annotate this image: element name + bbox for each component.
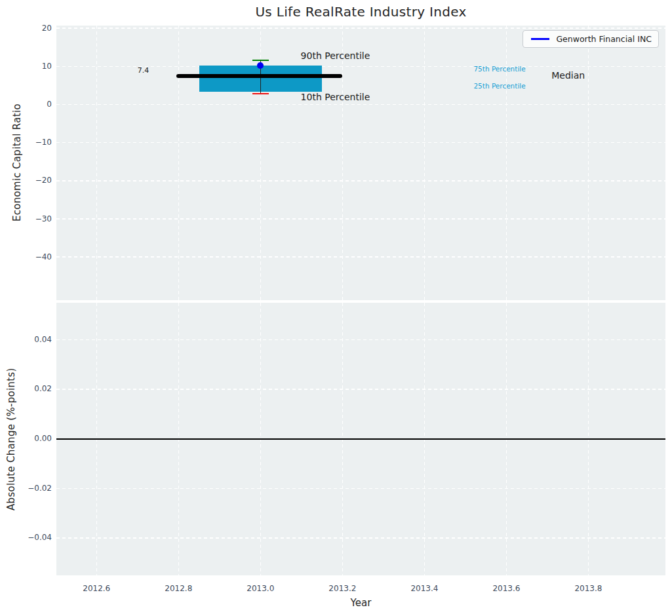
legend: Genworth Financial INC: [523, 30, 659, 48]
v-gridline: [178, 26, 180, 300]
x-tick-label: 2013.2: [319, 584, 365, 594]
v-gridline: [424, 26, 425, 300]
x-tick-label: 2012.8: [155, 584, 201, 594]
top-axes-plot-area: Genworth Financial INC 7.490th Percentil…: [56, 26, 665, 300]
y-tick-label: −40: [0, 252, 52, 262]
annotation-10th-percentile: 10th Percentile: [301, 92, 370, 102]
x-tick-label: 2013.6: [483, 584, 529, 594]
y-tick-label: −0.02: [0, 484, 52, 493]
v-gridline: [588, 26, 589, 300]
bottom-axes-plot-area: [56, 303, 665, 575]
annotation-median: Median: [551, 70, 585, 81]
h-gridline: [56, 28, 665, 29]
chart-figure: Us Life RealRate Industry Index Economic…: [0, 0, 672, 616]
h-gridline: [56, 218, 665, 220]
h-gridline: [56, 256, 665, 258]
h-gridline: [56, 488, 665, 490]
y-tick-label: 10: [0, 62, 52, 71]
y-tick-label: 0.04: [0, 335, 52, 345]
x-tick-label: 2013.8: [565, 584, 611, 594]
annotation-90th-percentile: 90th Percentile: [301, 50, 370, 61]
annotation-75th-percentile: 75th Percentile: [473, 65, 525, 73]
x-tick-label: 2012.6: [73, 584, 119, 594]
y-tick-label: −0.04: [0, 533, 52, 543]
y-tick-label: 20: [0, 24, 52, 33]
y-tick-label: 0: [0, 100, 52, 109]
median-line: [176, 74, 342, 78]
x-tick-label: 2013.0: [237, 584, 283, 594]
annotation-7-4: 7.4: [138, 66, 149, 75]
annotation-25th-percentile: 25th Percentile: [473, 82, 525, 90]
legend-label: Genworth Financial INC: [556, 33, 652, 45]
chart-title: Us Life RealRate Industry Index: [56, 4, 665, 20]
y-tick-label: 0.00: [0, 434, 52, 444]
10th-percentile-cap: [252, 93, 269, 95]
legend-line-sample: [531, 38, 549, 40]
v-gridline: [96, 26, 98, 300]
y-tick-label: 0.02: [0, 384, 52, 394]
h-gridline: [56, 389, 665, 390]
h-gridline: [56, 339, 665, 341]
h-gridline: [56, 142, 665, 144]
x-tick-label: 2013.4: [401, 584, 447, 594]
h-gridline: [56, 537, 665, 539]
h-gridline: [56, 104, 665, 106]
y-tick-label: −20: [0, 176, 52, 185]
x-axis-label: Year: [56, 597, 665, 609]
zero-reference-line: [56, 438, 665, 440]
y-tick-label: −10: [0, 138, 52, 147]
y-tick-label: −30: [0, 214, 52, 224]
v-gridline: [342, 26, 344, 300]
h-gridline: [56, 180, 665, 182]
90th-percentile-cap: [252, 60, 269, 62]
